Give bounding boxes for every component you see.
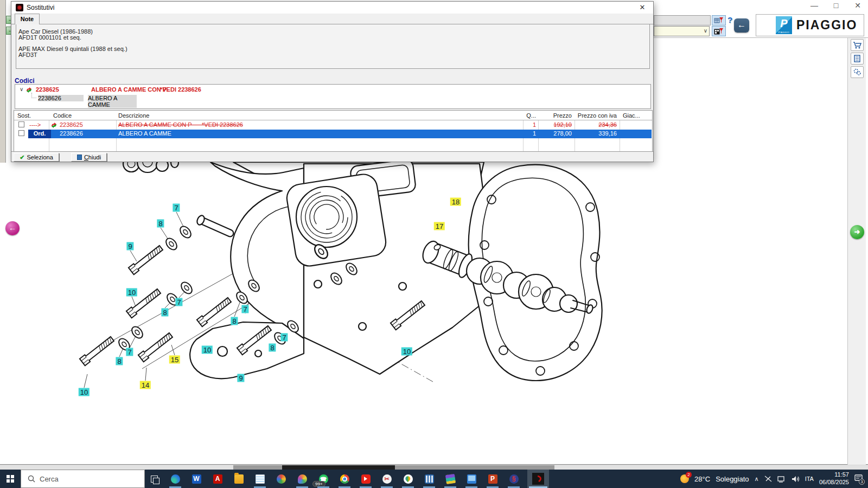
notes-panel: Ape Car Diesel (1986-1988)AFD1T 0001101 … [16,24,650,69]
part-label-9[interactable]: 9 [126,242,133,251]
col-qty[interactable]: Q... [523,112,536,119]
part-label-8[interactable]: 8 [161,309,168,317]
links-gears-button[interactable] [851,66,864,78]
row-price-iva: 234,36 [575,121,617,128]
weather-sun-icon[interactable]: 2 [680,474,689,483]
keyboard-language[interactable]: ITA [805,476,814,482]
pdf-taskbar-icon[interactable]: A [210,470,225,488]
col-sost[interactable]: Sost. [17,112,31,119]
tab-note[interactable]: Note [15,14,40,24]
tree-parent-row[interactable]: ∨ 2238625 ALBERO A CAMME CON P *VEDI 223… [15,86,650,94]
dragon-taskbar-icon[interactable] [527,470,549,488]
taskbar-search-input[interactable]: Cerca [21,470,145,488]
tray-chevron-icon[interactable]: ∧ [755,476,759,483]
network-icon[interactable] [777,476,786,483]
maps-taskbar-icon[interactable] [400,470,416,488]
tree-child-row[interactable]: 2238626 ALBERO A CAMME [15,95,650,103]
chrome-taskbar-icon[interactable] [337,470,352,488]
row-qty: 1 [523,130,536,137]
codes-tree: ∨ 2238625 ALBERO A CAMME CON P *VEDI 223… [15,84,651,109]
notification-center-icon[interactable]: 3 [854,474,863,483]
note-line: AFD1T 0001101 et seq. [18,34,649,40]
pen-disabled-icon[interactable] [764,475,772,483]
part-label-8[interactable]: 8 [116,357,123,365]
task-view-button[interactable] [145,470,163,488]
palette-taskbar-icon[interactable] [295,470,310,488]
dialog-button-bar: ✔Seleziona Chiudi [11,151,653,162]
parts-table: Sost. Codice Descrizione Q... Prezzo Pre… [14,110,653,152]
task-view-icon [151,476,158,483]
start-button[interactable] [0,470,21,488]
check-icon: ✔ [20,154,24,160]
dialog-close-icon[interactable]: ✕ [637,3,648,12]
tree-parent-desc: ALBERO A CAMME CON P [91,86,167,93]
note-line [18,40,649,46]
part-label-18[interactable]: 18 [450,198,461,206]
help-icon[interactable]: ? [727,15,732,24]
whatsapp-taskbar-icon[interactable]: ☎99+ [316,470,331,488]
logo-letter: P [776,16,792,30]
part-label-8[interactable]: 8 [231,317,238,325]
winrar-taskbar-icon[interactable] [443,470,458,488]
part-label-7[interactable]: 7 [175,298,182,306]
table-header: Sost. Codice Descrizione Q... Prezzo Pre… [14,111,652,120]
right-toolbar: ➜ [847,38,866,465]
col-prezzo-iva[interactable]: Prezzo con iva [575,112,617,119]
calc-taskbar-icon[interactable] [422,470,437,488]
part-label-10[interactable]: 10 [202,346,213,354]
filter-table-button[interactable] [712,15,726,25]
previous-page-button[interactable]: ← [5,221,20,235]
table-row[interactable]: ----> 2238625 ALBERO A CAMME CON P *VEDI… [14,121,652,130]
col-descrizione[interactable]: Descrizione [118,112,149,119]
word-taskbar-icon[interactable]: W [189,470,204,488]
tree-connector [31,93,36,98]
col-prezzo[interactable]: Prezzo [538,112,572,119]
substitute-icon [26,87,32,93]
part-combo[interactable]: ∨ [654,26,710,36]
tree-expander-icon[interactable]: ∨ [20,86,23,92]
clock[interactable]: 11:57 06/08/2025 [819,471,849,486]
tree-parent-code: 2238625 [36,86,59,93]
part-label-14[interactable]: 14 [140,381,151,389]
ppt-taskbar-icon[interactable]: P [485,470,500,488]
document-list-button[interactable] [851,53,864,65]
part-label-8[interactable]: 8 [269,344,276,352]
col-giac[interactable]: Giac... [623,112,640,119]
weather-temp[interactable]: 28°C [694,475,710,483]
part-label-10[interactable]: 10 [401,348,412,356]
table-row-selected[interactable]: Ord. 2238626 ALBERO A CAMME 1 278,00 339… [14,130,652,138]
part-label-7[interactable]: 7 [280,333,288,342]
doc-taskbar-icon[interactable] [252,470,267,488]
speaker-icon[interactable] [792,476,800,483]
next-page-button[interactable]: ➜ [850,225,864,239]
part-label-10[interactable]: 10 [79,388,90,396]
catalog-taskbar-icon[interactable]: § [506,470,521,488]
row-checkbox[interactable] [18,130,24,136]
edge-taskbar-icon[interactable] [168,470,183,488]
row-desc: ALBERO A CAMME [118,130,171,137]
cart-button[interactable] [851,39,864,51]
chiudi-button[interactable]: Chiudi [71,153,107,162]
part-label-7[interactable]: 7 [241,305,248,313]
snip-taskbar-icon[interactable]: ✂ [379,470,394,488]
weather-desc[interactable]: Soleggiato [716,475,749,483]
part-label-10[interactable]: 10 [126,288,137,297]
tree-parent-ref: *VEDI 2238626 [160,86,201,93]
screen-taskbar-icon[interactable] [464,470,479,488]
filter-grid-button[interactable] [712,26,726,36]
back-button[interactable]: ← [734,18,749,33]
part-label-8[interactable]: 8 [157,220,164,228]
row-checkbox[interactable] [18,121,24,127]
paint-taskbar-icon[interactable] [273,470,289,488]
folder-taskbar-icon[interactable] [231,470,246,488]
model-field[interactable] [654,15,711,25]
dialog-titlebar[interactable]: Sostitutivi ✕ [11,2,653,14]
part-label-17[interactable]: 17 [434,222,445,230]
seleziona-button[interactable]: ✔Seleziona [14,153,59,162]
part-label-15[interactable]: 15 [169,356,180,364]
part-label-7[interactable]: 7 [173,204,180,212]
part-label-9[interactable]: 9 [237,374,244,382]
col-codice[interactable]: Codice [53,112,72,119]
youtube-taskbar-icon[interactable] [358,470,373,488]
part-label-7[interactable]: 7 [126,348,133,356]
